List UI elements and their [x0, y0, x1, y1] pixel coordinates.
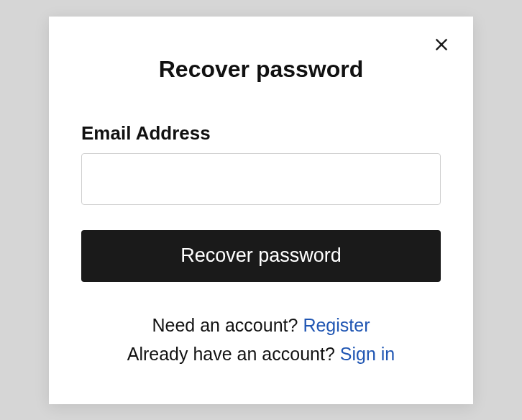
recover-password-button[interactable]: Recover password	[81, 230, 441, 282]
close-icon	[431, 35, 452, 55]
signin-link[interactable]: Sign in	[340, 344, 395, 364]
close-button[interactable]	[428, 31, 455, 60]
modal-title: Recover password	[81, 56, 441, 83]
auth-links: Need an account? Register Already have a…	[81, 311, 441, 368]
register-link[interactable]: Register	[303, 315, 370, 335]
email-label: Email Address	[81, 122, 441, 145]
register-prompt: Need an account?	[152, 315, 303, 335]
recover-password-modal: Recover password Email Address Recover p…	[49, 17, 473, 404]
email-form-group: Email Address	[81, 122, 441, 205]
signin-prompt: Already have an account?	[127, 344, 340, 364]
email-field[interactable]	[81, 153, 441, 205]
